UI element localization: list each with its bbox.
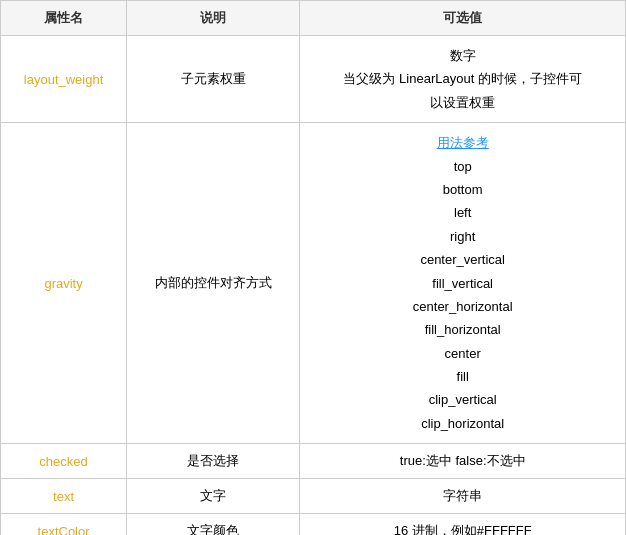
attr-name-textcolor: textColor bbox=[1, 514, 127, 535]
table-row: gravity 内部的控件对齐方式 用法参考 top bottom left r… bbox=[1, 123, 626, 444]
values-gravity: 用法参考 top bottom left right center_vertic… bbox=[300, 123, 626, 444]
table-row: text 文字 字符串 bbox=[1, 479, 626, 514]
values-list-gravity: 用法参考 top bottom left right center_vertic… bbox=[310, 131, 615, 435]
desc-gravity: 内部的控件对齐方式 bbox=[127, 123, 300, 444]
values-layout-weight: 数字当父级为 LinearLayout 的时候，子控件可以设置权重 bbox=[300, 36, 626, 123]
table-row: textColor 文字颜色 16 进制，例如#FFFFFF bbox=[1, 514, 626, 535]
attr-name-checked: checked bbox=[1, 444, 127, 479]
header-attr: 属性名 bbox=[1, 1, 127, 36]
values-textcolor: 16 进制，例如#FFFFFF bbox=[300, 514, 626, 535]
desc-checked: 是否选择 bbox=[127, 444, 300, 479]
table-row: layout_weight 子元素权重 数字当父级为 LinearLayout … bbox=[1, 36, 626, 123]
attributes-table: 属性名 说明 可选值 layout_weight 子元素权重 数字当父级为 Li… bbox=[0, 0, 626, 535]
desc-layout-weight: 子元素权重 bbox=[127, 36, 300, 123]
attr-name-text: text bbox=[1, 479, 127, 514]
attr-name-layout-weight: layout_weight bbox=[1, 36, 127, 123]
desc-textcolor: 文字颜色 bbox=[127, 514, 300, 535]
header-desc: 说明 bbox=[127, 1, 300, 36]
header-values: 可选值 bbox=[300, 1, 626, 36]
values-checked: true:选中 false:不选中 bbox=[300, 444, 626, 479]
desc-text: 文字 bbox=[127, 479, 300, 514]
values-text-row: 字符串 bbox=[300, 479, 626, 514]
attr-name-gravity: gravity bbox=[1, 123, 127, 444]
gravity-link-ref[interactable]: 用法参考 bbox=[437, 135, 489, 150]
table-row: checked 是否选择 true:选中 false:不选中 bbox=[1, 444, 626, 479]
values-text: 数字当父级为 LinearLayout 的时候，子控件可以设置权重 bbox=[310, 44, 615, 114]
